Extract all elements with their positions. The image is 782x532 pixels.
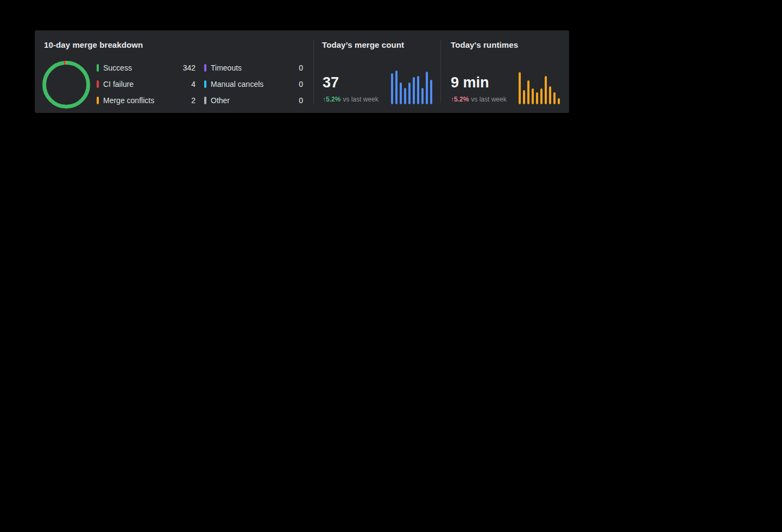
legend-item-merge-conflicts: Merge conflicts 2 bbox=[97, 92, 195, 109]
runtimes-title: Today's runtimes bbox=[451, 40, 518, 49]
legend-value: 342 bbox=[183, 64, 195, 72]
legend-value: 4 bbox=[191, 80, 195, 88]
merge-breakdown-section: 10-day merge breakdown Success 342 CI fa… bbox=[35, 30, 313, 113]
bar bbox=[408, 83, 411, 104]
bar bbox=[395, 71, 398, 104]
legend-item-manual-cancels: Manual cancels 0 bbox=[204, 76, 303, 92]
legend-marker-timeouts-icon bbox=[204, 64, 206, 72]
runtimes-bar-chart bbox=[519, 72, 560, 104]
donut-chart bbox=[42, 61, 90, 109]
bar bbox=[421, 88, 424, 104]
merge-count-delta: ↑ 5.2% vs last week bbox=[323, 96, 379, 103]
legend-marker-ci-failure-icon bbox=[97, 80, 99, 88]
runtimes-value: 9 min bbox=[451, 75, 489, 90]
runtimes-delta: ↑ 5.2% vs last week bbox=[451, 96, 507, 103]
legend-value: 0 bbox=[299, 80, 303, 88]
bar bbox=[404, 88, 406, 104]
delta-compare-label: vs last week bbox=[343, 96, 378, 103]
merge-count-title: Today’s merge count bbox=[322, 40, 404, 49]
bar bbox=[426, 72, 428, 104]
legend-item-success: Success 342 bbox=[97, 60, 195, 76]
legend-marker-other-icon bbox=[204, 97, 206, 104]
legend-marker-success-icon bbox=[97, 64, 99, 72]
merge-breakdown-donut bbox=[42, 61, 90, 109]
delta-compare-label: vs last week bbox=[471, 96, 506, 103]
bar bbox=[553, 92, 556, 104]
legend-value: 2 bbox=[191, 96, 195, 105]
bar bbox=[558, 98, 560, 104]
runtimes-section: Today's runtimes 9 min ↑ 5.2% vs last we… bbox=[441, 30, 569, 113]
legend-label: Manual cancels bbox=[211, 80, 263, 88]
bar bbox=[430, 80, 432, 104]
delta-percent: 5.2% bbox=[454, 96, 469, 103]
legend-value: 0 bbox=[299, 96, 303, 105]
bar bbox=[536, 92, 538, 104]
legend-marker-manual-cancels-icon bbox=[204, 80, 206, 88]
bar bbox=[527, 80, 529, 104]
legend-column-right: Timeouts 0 Manual cancels 0 Other 0 bbox=[204, 60, 303, 109]
bar bbox=[523, 90, 525, 104]
bar bbox=[519, 72, 521, 104]
merge-breakdown-title: 10-day merge breakdown bbox=[44, 40, 143, 49]
merge-breakdown-legend: Success 342 CI failure 4 Merge conflicts… bbox=[97, 60, 303, 109]
legend-label: Success bbox=[103, 64, 132, 72]
bar bbox=[549, 86, 551, 104]
legend-column-left: Success 342 CI failure 4 Merge conflicts… bbox=[97, 60, 195, 109]
bar bbox=[545, 76, 547, 104]
legend-marker-merge-conflicts-icon bbox=[97, 97, 99, 104]
bar bbox=[413, 77, 415, 104]
legend-label: Timeouts bbox=[211, 64, 242, 72]
bar bbox=[417, 76, 419, 104]
donut-segment-success bbox=[45, 63, 89, 107]
merge-count-bar-chart bbox=[391, 71, 432, 104]
delta-percent: 5.2% bbox=[326, 96, 340, 103]
ci-summary-panel: 10-day merge breakdown Success 342 CI fa… bbox=[35, 30, 569, 113]
legend-item-timeouts: Timeouts 0 bbox=[204, 60, 303, 76]
merge-count-section: Today’s merge count 37 ↑ 5.2% vs last we… bbox=[314, 30, 440, 113]
bar bbox=[532, 88, 534, 105]
merge-count-value: 37 bbox=[323, 75, 339, 90]
legend-label: Other bbox=[211, 96, 230, 105]
bar bbox=[400, 83, 402, 104]
legend-label: Merge conflicts bbox=[103, 96, 154, 105]
legend-value: 0 bbox=[299, 64, 303, 72]
bar bbox=[540, 88, 543, 105]
legend-item-other: Other 0 bbox=[204, 92, 303, 109]
legend-label: CI failure bbox=[103, 80, 134, 88]
bar bbox=[391, 73, 393, 104]
legend-item-ci-failure: CI failure 4 bbox=[97, 76, 195, 92]
